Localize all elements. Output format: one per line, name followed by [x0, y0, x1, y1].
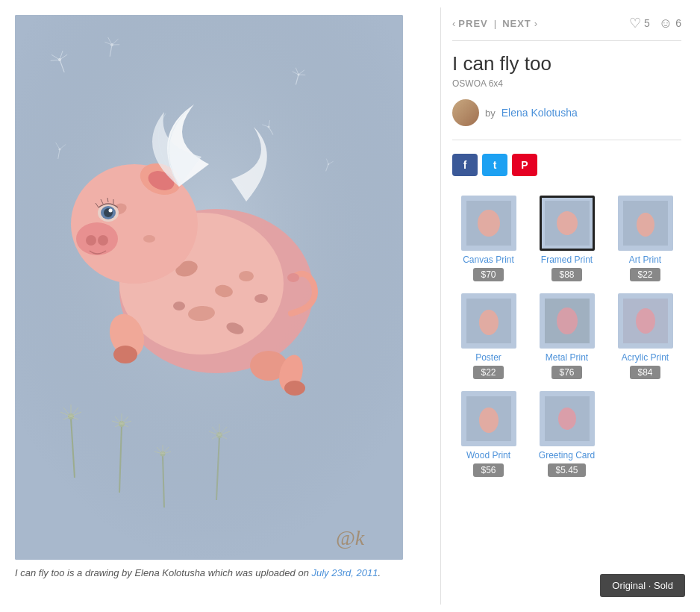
artwork-caption: I can fly too is a drawing by Elena Kolo… [15, 567, 433, 578]
original-sold-label: Original · Sold [612, 580, 673, 591]
acrylic-thumb-inner [618, 293, 673, 349]
artwork-title: I can fly too [452, 52, 681, 75]
twitter-button[interactable]: t [482, 154, 507, 176]
canvas-price: $70 [473, 268, 503, 281]
prev-button[interactable]: PREV [458, 18, 487, 29]
svg-point-28 [254, 294, 268, 303]
art-price: $22 [630, 268, 660, 281]
svg-point-26 [173, 302, 185, 310]
product-wood[interactable]: Wood Print $56 [452, 388, 525, 480]
framed-thumb-inner [540, 196, 595, 251]
product-poster[interactable]: Poster $22 [452, 290, 525, 382]
svg-point-101 [557, 211, 578, 235]
svg-point-105 [479, 310, 499, 335]
social-buttons: f t P [452, 154, 681, 176]
product-canvas[interactable]: Canvas Print $70 [452, 193, 525, 284]
caption-end: . [378, 567, 381, 578]
caption-title: I can fly too [15, 567, 64, 578]
svg-point-50 [287, 273, 299, 282]
artwork-subtitle: OSWOA 6x4 [452, 78, 681, 89]
left-panel: @k [7, 7, 440, 605]
poster-label: Poster [475, 352, 501, 363]
framed-price: $88 [551, 268, 581, 281]
framed-thumb [540, 196, 595, 251]
svg-point-109 [636, 308, 655, 334]
svg-point-103 [637, 213, 654, 237]
avatar-image [452, 99, 479, 126]
greeting-thumb [540, 391, 595, 446]
product-art[interactable]: Art Print $22 [609, 193, 681, 284]
svg-point-113 [558, 408, 576, 430]
avatar [452, 99, 479, 126]
acrylic-price: $84 [630, 366, 660, 379]
art-label: Art Print [629, 255, 661, 265]
prev-chevron-icon[interactable]: ‹ [452, 18, 455, 29]
nav-arrows: ‹ PREV | NEXT › [452, 18, 537, 29]
pinterest-button[interactable]: P [512, 154, 537, 176]
like-button[interactable]: ♡ 5 [629, 15, 650, 31]
comment-icon: ☺ [659, 16, 672, 31]
svg-point-46 [113, 346, 137, 363]
metal-thumb-inner [540, 293, 595, 349]
nav-bar: ‹ PREV | NEXT › ♡ 5 ☺ 6 [452, 15, 681, 41]
svg-point-43 [86, 235, 96, 246]
art-thumb [618, 196, 673, 251]
comments-count: 6 [675, 17, 681, 29]
product-metal[interactable]: Metal Print $76 [531, 290, 603, 382]
product-framed[interactable]: Framed Print $88 [531, 193, 603, 284]
heart-icon: ♡ [629, 15, 641, 31]
by-text: by [485, 107, 496, 119]
wood-label: Wood Print [466, 450, 510, 460]
svg-text:@k: @k [336, 526, 365, 549]
svg-point-44 [98, 235, 108, 246]
caption-middle: is a drawing by Elena Kolotusha which wa… [64, 567, 311, 578]
author-row: by Elena Kolotusha [452, 99, 681, 140]
original-sold-banner: Original · Sold [600, 574, 685, 597]
caption-date-link[interactable]: July 23rd, 2011 [311, 567, 378, 578]
acrylic-label: Acrylic Print [622, 352, 669, 363]
svg-point-42 [76, 222, 118, 255]
art-thumb-inner [618, 196, 673, 251]
svg-point-111 [479, 408, 499, 433]
canvas-thumb-inner [461, 196, 516, 251]
svg-point-37 [109, 209, 113, 213]
facebook-button[interactable]: f [452, 154, 478, 176]
nav-separator: | [494, 18, 496, 29]
product-grid: Canvas Print $70 Framed Print $88 [452, 193, 681, 480]
svg-point-107 [557, 307, 578, 334]
svg-point-31 [143, 235, 155, 243]
framed-label: Framed Print [541, 255, 593, 265]
poster-thumb [461, 293, 516, 349]
canvas-thumb [461, 196, 516, 251]
metal-price: $76 [551, 366, 581, 379]
comment-button[interactable]: ☺ 6 [659, 16, 681, 31]
greeting-price: $5.45 [548, 463, 585, 477]
artwork-image: @k [15, 15, 403, 560]
likes-count: 5 [644, 17, 650, 29]
svg-point-25 [239, 271, 254, 281]
poster-price: $22 [473, 366, 503, 379]
next-chevron-icon[interactable]: › [534, 18, 537, 29]
poster-thumb-inner [461, 293, 516, 349]
product-acrylic[interactable]: Acrylic Print $84 [609, 290, 681, 382]
wood-thumb [461, 391, 516, 446]
wood-thumb-inner [461, 391, 516, 446]
next-button[interactable]: NEXT [502, 18, 531, 29]
acrylic-thumb [618, 293, 673, 349]
right-panel: ‹ PREV | NEXT › ♡ 5 ☺ 6 I can fly too OS… [440, 7, 693, 605]
author-name-link[interactable]: Elena Kolotusha [501, 107, 578, 119]
metal-thumb [540, 293, 595, 349]
canvas-label: Canvas Print [463, 255, 514, 265]
wood-price: $56 [473, 463, 503, 477]
greeting-label: Greeting Card [539, 450, 595, 460]
greeting-thumb-inner [540, 391, 595, 446]
nav-actions: ♡ 5 ☺ 6 [629, 15, 681, 31]
product-greeting[interactable]: Greeting Card $5.45 [531, 388, 603, 480]
metal-label: Metal Print [546, 352, 588, 363]
svg-point-99 [478, 210, 500, 237]
svg-point-49 [284, 381, 305, 396]
